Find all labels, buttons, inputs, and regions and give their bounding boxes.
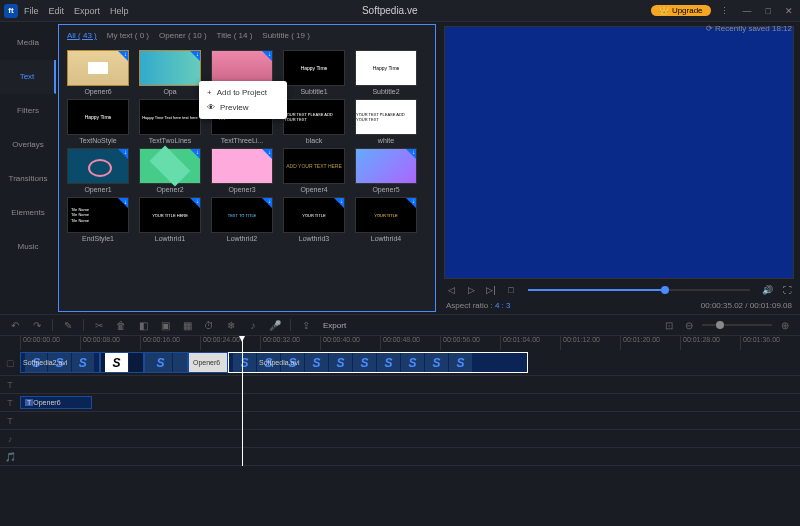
play-button[interactable]: ▷	[464, 283, 478, 297]
thumb-lowthrid4[interactable]: ↓YOUR TITLELowthrid4	[353, 197, 419, 242]
cut-button[interactable]: ✂	[92, 318, 106, 332]
thumb-opener1[interactable]: ↓Opener1	[65, 148, 131, 193]
sidebar-item-elements[interactable]: Elements	[0, 196, 56, 230]
thumb-subtitle1[interactable]: Happy TimeSubtitle1	[281, 50, 347, 95]
settings-icon[interactable]: ⋮	[717, 6, 732, 16]
thumb-opener6[interactable]: ↓Opener6	[65, 50, 131, 95]
text-track-icon[interactable]: T	[0, 394, 20, 411]
thumb-textnostyle[interactable]: Happy TimeTextNoStyle	[65, 99, 131, 144]
volume-button[interactable]: 🔊	[760, 283, 774, 297]
sidebar-item-transitions[interactable]: Transitions	[0, 162, 56, 196]
ctx-add-to-project[interactable]: +Add to Project	[199, 85, 287, 100]
aspect-ratio-label: Aspect ratio : 4 : 3	[446, 301, 511, 310]
sidebar-item-media[interactable]: Media	[0, 26, 56, 60]
text-track-icon[interactable]: T	[0, 376, 20, 393]
edit-icon[interactable]: ✎	[61, 318, 75, 332]
sidebar-item-filters[interactable]: Filters	[0, 94, 56, 128]
delete-button[interactable]: 🗑	[114, 318, 128, 332]
fit-button[interactable]: ⊡	[662, 318, 676, 332]
export-button[interactable]: Export	[323, 321, 346, 330]
timeline-ruler[interactable]: 00:00:00.0000:00:08.0000:00:16.0000:00:2…	[0, 336, 800, 350]
thumb-opener4[interactable]: ADD YOUR TEXT HEREOpener4	[281, 148, 347, 193]
tab-mytext[interactable]: My text ( 0 )	[107, 31, 149, 40]
thumb-opener5[interactable]: ↓Opener5	[353, 148, 419, 193]
thumb-subtitle2[interactable]: Happy TimeSubtitle2	[353, 50, 419, 95]
menu-file[interactable]: File	[24, 6, 39, 16]
zoom-out-button[interactable]: ⊖	[682, 318, 696, 332]
crop-button[interactable]: ◧	[136, 318, 150, 332]
video-track-icon[interactable]: ▢	[0, 350, 20, 375]
tab-opener[interactable]: Opener ( 10 )	[159, 31, 207, 40]
thumb-opa[interactable]: ↓Opa	[137, 50, 203, 95]
maximize-button[interactable]: □	[763, 6, 774, 16]
window-title: Softpedia.ve	[129, 5, 651, 16]
text-track-icon[interactable]: T	[0, 412, 20, 429]
tab-subtitle[interactable]: Subtitle ( 19 )	[262, 31, 310, 40]
audio-track-icon[interactable]: ♪	[0, 430, 20, 447]
playhead[interactable]	[242, 336, 243, 466]
thumb-black[interactable]: YOUR TEXT PLEASE ADD YOUR TEXTblack	[281, 99, 347, 144]
close-button[interactable]: ✕	[782, 6, 796, 16]
clip-video-s[interactable]: S	[100, 352, 144, 373]
thumb-lowthrid2[interactable]: ↓TEXT TO TITLELowthrid2	[209, 197, 275, 242]
audio-track[interactable]: ♪	[0, 430, 800, 448]
video-track[interactable]: ▢ SSSSoftpedia2.avi S S Opener6 SSSSSSSS…	[0, 350, 800, 376]
music-track-icon[interactable]: 🎵	[0, 448, 20, 465]
undo-button[interactable]: ↶	[8, 318, 22, 332]
preview-screen[interactable]	[444, 26, 794, 279]
thumb-lowthrid1[interactable]: ↓YOUR TITLE HERELowthrid1	[137, 197, 203, 242]
thumb-texttwolines[interactable]: Happy Time Text here text hereTextTwoLin…	[137, 99, 203, 144]
sidebar-item-music[interactable]: Music	[0, 230, 56, 264]
thumb-opener3[interactable]: ↓Opener3	[209, 148, 275, 193]
ctx-preview[interactable]: 👁Preview	[199, 100, 287, 115]
minimize-button[interactable]: —	[740, 6, 755, 16]
text-track-3[interactable]: T	[0, 412, 800, 430]
stop-button[interactable]: □	[504, 283, 518, 297]
zoom-slider[interactable]	[702, 324, 772, 326]
text-track-1[interactable]: T	[0, 376, 800, 394]
tab-title[interactable]: Title ( 14 )	[217, 31, 253, 40]
freeze-button[interactable]: ❄	[224, 318, 238, 332]
context-menu: +Add to Project 👁Preview	[199, 81, 287, 119]
upgrade-button[interactable]: 👑Upgrade	[651, 5, 711, 16]
clip-opener6[interactable]: Opener6	[188, 352, 228, 373]
clip-text-opener6[interactable]: T Opener6	[20, 396, 92, 409]
thumb-white[interactable]: YOUR TEXT PLEASE ADD YOUR TEXTwhite	[353, 99, 419, 144]
voice-button[interactable]: 🎤	[268, 318, 282, 332]
recently-saved-label: ⟳ Recently saved 18:12	[706, 24, 792, 33]
export-icon[interactable]: ⇪	[299, 318, 313, 332]
mosaic-button[interactable]: ▦	[180, 318, 194, 332]
menu-export[interactable]: Export	[74, 6, 100, 16]
thumb-endstyle1[interactable]: ↓Tile NameTile NameTile NameEndStyle1	[65, 197, 131, 242]
clip-video-s2[interactable]: S	[144, 352, 188, 373]
tab-all[interactable]: All ( 43 )	[67, 31, 97, 40]
speed-button[interactable]: ⏱	[202, 318, 216, 332]
music-track[interactable]: 🎵	[0, 448, 800, 466]
clip-video1[interactable]: SSSSoftpedia2.avi	[20, 352, 100, 373]
sidebar-item-overlays[interactable]: Overlays	[0, 128, 56, 162]
time-display: 00:00:35.02 / 00:01:09.08	[701, 301, 792, 310]
fullscreen-button[interactable]: ⛶	[780, 283, 794, 297]
eye-icon: 👁	[207, 103, 215, 112]
audio-button[interactable]: ♪	[246, 318, 260, 332]
pip-button[interactable]: ▣	[158, 318, 172, 332]
zoom-in-button[interactable]: ⊕	[778, 318, 792, 332]
text-track-2[interactable]: T T Opener6	[0, 394, 800, 412]
prev-frame-button[interactable]: ◁	[444, 283, 458, 297]
next-frame-button[interactable]: ▷|	[484, 283, 498, 297]
menu-help[interactable]: Help	[110, 6, 129, 16]
clip-video3[interactable]: SSSSSSSSSSSoftpedia.avi	[228, 352, 528, 373]
app-logo: ft	[4, 4, 18, 18]
thumb-lowthrid3[interactable]: ↓YOUR TITLELowthrid3	[281, 197, 347, 242]
menu-edit[interactable]: Edit	[49, 6, 65, 16]
thumb-opener2[interactable]: ↓Opener2	[137, 148, 203, 193]
seek-bar[interactable]	[528, 289, 750, 291]
plus-icon: +	[207, 88, 212, 97]
sidebar-item-text[interactable]: Text	[0, 60, 56, 94]
redo-button[interactable]: ↷	[30, 318, 44, 332]
